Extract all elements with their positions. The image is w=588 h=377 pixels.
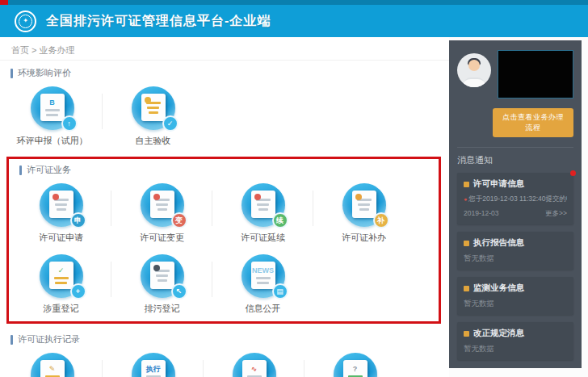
section-title: 环境影响评价 bbox=[0, 67, 449, 79]
self-acceptance-item[interactable]: ✓自主验收 bbox=[103, 81, 204, 152]
app-item-label: 环评申报（试用） bbox=[2, 135, 103, 147]
discharge-register-icon: ↖ bbox=[141, 254, 184, 298]
permit-change-item[interactable]: 变许可证变更 bbox=[111, 178, 212, 249]
icon-row: B↑环评申报（试用）✓自主验收 bbox=[0, 81, 449, 152]
permit-apply-item[interactable]: 申许可证申请 bbox=[10, 178, 111, 249]
message-cards: 许可申请信息●您于2019-12-03 11:32:40提交的申..2019-1… bbox=[457, 173, 573, 360]
execution-report-icon: 执行 bbox=[132, 353, 175, 377]
page: ✦ 全国排污许可证管理信息平台-企业端 首页 > 业务办理 环境影响评价B↑环评… bbox=[0, 0, 588, 377]
monitoring-records-item[interactable]: ∿监测记录 bbox=[204, 347, 304, 377]
red-annotation-artifact bbox=[0, 0, 8, 5]
app-item-label: 自主验收 bbox=[103, 135, 204, 147]
message-card: 许可申请信息●您于2019-12-03 11:32:40提交的申..2019-1… bbox=[457, 173, 573, 224]
message-footer: 2019-12-03更多>> bbox=[464, 209, 567, 219]
eia-declare-item[interactable]: B↑环评申报（试用） bbox=[2, 81, 103, 152]
app-item-label: 许可证申请 bbox=[10, 232, 111, 244]
redacted-box bbox=[498, 50, 573, 98]
icon-row: ✓+涉重登记↖排污登记NEWS▤信息公开 bbox=[9, 249, 439, 320]
section-eia: 环境影响评价B↑环评申报（试用）✓自主验收 bbox=[0, 61, 449, 152]
heavy-metal-register-item[interactable]: ✓+涉重登记 bbox=[10, 249, 111, 320]
user-avatar bbox=[457, 53, 491, 87]
app-item-label: 许可证变更 bbox=[111, 232, 212, 244]
permit-apply-badge-icon: 申 bbox=[70, 212, 86, 228]
app-title: 全国排污许可证管理信息平台-企业端 bbox=[46, 13, 271, 30]
permit-renew-item[interactable]: 续许可证延续 bbox=[212, 178, 313, 249]
message-card: 监测业务信息暂无数据 bbox=[457, 277, 573, 315]
icon-row: ✎台账记录执行执行报告∿监测记录?改正规定 bbox=[0, 347, 449, 377]
eia-declare-icon: B↑ bbox=[31, 86, 74, 130]
permit-change-icon: 变 bbox=[141, 183, 184, 227]
bullet-icon bbox=[464, 331, 469, 337]
messages-title: 消息通知 bbox=[457, 154, 573, 166]
permit-apply-icon: 申 bbox=[40, 183, 83, 227]
app-item-label: 排污登记 bbox=[111, 303, 212, 315]
view-flow-button[interactable]: 点击查看业务办理流程 bbox=[493, 108, 573, 137]
profile-row bbox=[457, 50, 573, 98]
permit-reissue-item[interactable]: 补许可证补办 bbox=[313, 178, 414, 249]
monitoring-records-icon: ∿ bbox=[233, 353, 276, 377]
empty-text: 暂无数据 bbox=[464, 344, 567, 354]
message-card: 改正规定消息暂无数据 bbox=[457, 322, 573, 360]
execution-report-item[interactable]: 执行执行报告 bbox=[103, 347, 204, 377]
discharge-register-badge-icon: ↖ bbox=[171, 283, 187, 300]
permit-reissue-badge-icon: 补 bbox=[373, 212, 389, 228]
self-acceptance-badge-icon: ✓ bbox=[162, 115, 178, 132]
heavy-metal-register-icon: ✓+ bbox=[40, 254, 83, 298]
app-item-label: 许可证补办 bbox=[313, 232, 414, 244]
permit-renew-icon: 续 bbox=[242, 183, 285, 227]
ledger-records-icon: ✎ bbox=[31, 353, 74, 377]
correction-rules-icon: ? bbox=[334, 353, 377, 377]
app-item-label: 信息公开 bbox=[212, 303, 313, 315]
permit-change-badge-icon: 变 bbox=[171, 212, 187, 228]
more-link[interactable]: 更多>> bbox=[545, 209, 567, 219]
eia-declare-badge-icon: ↑ bbox=[61, 115, 78, 132]
ledger-records-item[interactable]: ✎台账记录 bbox=[2, 347, 103, 377]
section-title: 许可证业务 bbox=[9, 164, 439, 176]
alert-dot-icon bbox=[570, 170, 576, 176]
info-disclosure-badge-icon: ▤ bbox=[272, 283, 288, 300]
message-text: ●您于2019-12-03 11:32:40提交的申.. bbox=[464, 195, 567, 204]
discharge-register-item[interactable]: ↖排污登记 bbox=[111, 249, 212, 320]
section-execution-records: 许可证执行记录✎台账记录执行执行报告∿监测记录?改正规定 bbox=[0, 327, 449, 377]
empty-text: 暂无数据 bbox=[464, 253, 567, 264]
sections: 环境影响评价B↑环评申报（试用）✓自主验收许可证业务申许可证申请变许可证变更续许… bbox=[0, 61, 449, 377]
correction-rules-item[interactable]: ?改正规定 bbox=[304, 347, 405, 377]
message-card-title: 监测业务信息 bbox=[464, 283, 567, 294]
info-disclosure-item[interactable]: NEWS▤信息公开 bbox=[212, 249, 313, 320]
app-header: ✦ 全国排污许可证管理信息平台-企业端 bbox=[0, 5, 588, 37]
section-title: 许可证执行记录 bbox=[0, 333, 449, 346]
app-item-label: 涉重登记 bbox=[10, 303, 111, 315]
self-acceptance-icon: ✓ bbox=[132, 86, 175, 130]
message-date: 2019-12-03 bbox=[464, 209, 498, 219]
breadcrumb[interactable]: 首页 > 业务办理 bbox=[0, 37, 449, 61]
message-card: 执行报告信息暂无数据 bbox=[457, 232, 573, 270]
app-item-label: 许可证延续 bbox=[212, 232, 313, 244]
bullet-icon bbox=[464, 241, 469, 246]
right-sidebar: 点击查看业务办理流程 消息通知 许可申请信息●您于2019-12-03 11:3… bbox=[449, 40, 582, 368]
empty-text: 暂无数据 bbox=[464, 299, 567, 309]
message-card-title: 执行报告信息 bbox=[464, 237, 567, 249]
sidebar-divider bbox=[457, 147, 573, 148]
unread-dot-icon: ● bbox=[464, 196, 467, 202]
message-card-title: 改正规定消息 bbox=[464, 328, 567, 339]
icon-row: 申许可证申请变许可证变更续许可证延续补许可证补办 bbox=[9, 178, 439, 249]
info-disclosure-icon: NEWS▤ bbox=[242, 254, 285, 298]
environment-emblem-icon: ✦ bbox=[15, 10, 36, 32]
bullet-icon bbox=[464, 182, 469, 187]
main-content: 首页 > 业务办理 环境影响评价B↑环评申报（试用）✓自主验收许可证业务申许可证… bbox=[0, 37, 449, 377]
heavy-metal-register-badge-icon: + bbox=[70, 283, 86, 300]
bullet-icon bbox=[464, 286, 469, 291]
permit-reissue-icon: 补 bbox=[342, 183, 386, 227]
message-card-title: 许可申请信息 bbox=[464, 178, 567, 190]
section-permit-business: 许可证业务申许可证申请变许可证变更续许可证延续补许可证补办✓+涉重登记↖排污登记… bbox=[6, 157, 441, 324]
permit-renew-badge-icon: 续 bbox=[272, 212, 288, 228]
